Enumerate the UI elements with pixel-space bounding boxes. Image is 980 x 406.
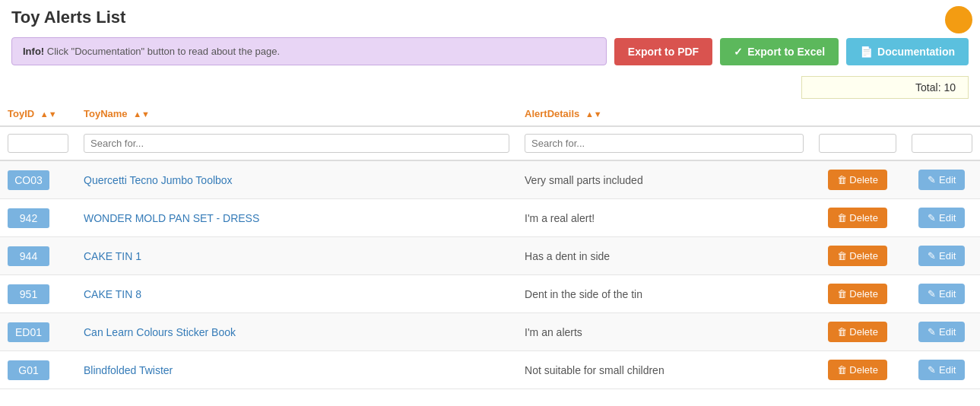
toy-id-badge: G01 [8,360,49,380]
total-bar: Total: 10 [0,71,980,102]
sort-arrows-toyid: ▲▼ [40,109,57,119]
total-label: Total: [915,81,940,94]
table-row: ED01Can Learn Colours Sticker BookI'm an… [0,313,980,351]
col-header-toyid[interactable]: ToyID ▲▼ [0,102,76,126]
edit-cell: ✎ Edit [904,351,980,389]
edit-cell: ✎ Edit [904,199,980,237]
toy-id-cell: 944 [0,237,76,275]
edit-button[interactable]: ✎ Edit [918,170,965,190]
search-cell-alert [517,126,811,160]
edit-button[interactable]: ✎ Edit [918,360,965,380]
delete-button[interactable]: 🗑 Delete [828,284,887,304]
edit-button[interactable]: ✎ Edit [918,246,965,266]
search-name-input[interactable] [84,134,509,153]
table-row: G01Blindfolded TwisterNot suitable for s… [0,351,980,389]
search-cell-action1 [811,126,904,160]
edit-cell: ✎ Edit [904,275,980,313]
toy-name-cell: Can Learn Colours Sticker Book [76,313,517,351]
alert-detail-cell: Not suitable for small children [517,351,811,389]
col-header-action2 [904,102,980,126]
toy-id-badge: 944 [8,246,49,266]
col-header-action1 [811,102,904,126]
alert-detail-cell: Dent in the side of the tin [517,275,811,313]
toy-name-cell: WONDER MOLD PAN SET - DRESS [76,199,517,237]
table-row: 942WONDER MOLD PAN SET - DRESSI'm a real… [0,199,980,237]
edit-button[interactable]: ✎ Edit [918,208,965,228]
edit-cell: ✎ Edit [904,160,980,199]
delete-button[interactable]: 🗑 Delete [828,246,887,266]
col-header-toyname[interactable]: ToyName ▲▼ [76,102,517,126]
toy-id-badge: 951 [8,284,49,304]
alert-detail-cell: I'm an alerts [517,313,811,351]
search-alert-input[interactable] [525,134,804,153]
table-row: 951CAKE TIN 8Dent in the side of the tin… [0,275,980,313]
edit-cell: ✎ Edit [904,313,980,351]
delete-cell: 🗑 Delete [811,275,904,313]
delete-cell: 🗑 Delete [811,160,904,199]
documentation-button[interactable]: 📄 Documentation [846,38,969,65]
toy-id-badge: 942 [8,208,49,228]
edit-button[interactable]: ✎ Edit [918,322,965,342]
page-header: Toy Alerts List [0,0,980,31]
delete-button[interactable]: 🗑 Delete [828,170,887,190]
export-pdf-button[interactable]: Export to PDF [614,38,712,65]
search-cell-id [0,126,76,160]
toy-id-cell: 951 [0,275,76,313]
export-excel-button[interactable]: ✓ Export to Excel [720,38,839,65]
search-action1-input[interactable] [819,134,896,153]
delete-button[interactable]: 🗑 Delete [828,208,887,228]
alert-detail-cell: Has a dent in side [517,237,811,275]
delete-cell: 🗑 Delete [811,237,904,275]
search-row [0,126,980,160]
excel-icon: ✓ [734,46,743,58]
alert-detail-cell: Very small parts included [517,160,811,199]
page-title: Toy Alerts List [11,8,969,27]
alert-detail-cell: I'm a real alert! [517,199,811,237]
sort-arrows-toyname: ▲▼ [133,109,150,119]
toy-name-cell: CAKE TIN 1 [76,237,517,275]
toy-name-cell: Quercetti Tecno Jumbo Toolbox [76,160,517,199]
toy-id-cell: 942 [0,199,76,237]
col-header-alertdetails[interactable]: AlertDetails ▲▼ [517,102,811,126]
table-header-row: ToyID ▲▼ ToyName ▲▼ AlertDetails ▲▼ [0,102,980,126]
delete-cell: 🗑 Delete [811,351,904,389]
toolbar: Info! Click "Documentation" button to re… [0,31,980,71]
delete-cell: 🗑 Delete [811,199,904,237]
delete-cell: 🗑 Delete [811,313,904,351]
search-action2-input[interactable] [912,134,972,153]
delete-button[interactable]: 🗑 Delete [828,360,887,380]
delete-button[interactable]: 🗑 Delete [828,322,887,342]
search-cell-name [76,126,517,160]
toy-alerts-table: ToyID ▲▼ ToyName ▲▼ AlertDetails ▲▼ [0,102,980,389]
search-cell-action2 [904,126,980,160]
doc-icon: 📄 [860,46,873,58]
info-prefix: Info! [23,46,44,57]
table-row: 944CAKE TIN 1Has a dent in side🗑 Delete✎… [0,237,980,275]
edit-button[interactable]: ✎ Edit [918,284,965,304]
total-value: 10 [944,81,956,94]
user-avatar-circle [945,6,972,33]
toy-id-cell: ED01 [0,313,76,351]
toy-name-cell: CAKE TIN 8 [76,275,517,313]
toy-name-cell: Blindfolded Twister [76,351,517,389]
table-row: CO03Quercetti Tecno Jumbo ToolboxVery sm… [0,160,980,199]
sort-arrows-alert: ▲▼ [585,109,602,119]
total-box: Total: 10 [801,76,969,99]
toy-id-badge: ED01 [8,322,49,342]
toy-id-badge: CO03 [8,170,49,190]
info-box: Info! Click "Documentation" button to re… [11,37,607,65]
info-text: Click "Documentation" button to read abo… [44,46,280,57]
edit-cell: ✎ Edit [904,237,980,275]
table-body: CO03Quercetti Tecno Jumbo ToolboxVery sm… [0,160,980,389]
toy-id-cell: G01 [0,351,76,389]
search-id-input[interactable] [8,134,68,153]
toy-id-cell: CO03 [0,160,76,199]
